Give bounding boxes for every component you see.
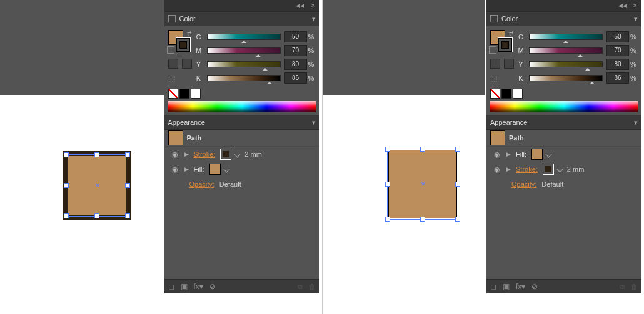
stroke-weight-value[interactable]: 2 mm xyxy=(244,150,262,158)
appearance-panel-header[interactable]: Appearance ▾ xyxy=(486,115,641,130)
black-swatch[interactable] xyxy=(179,89,189,99)
link-icon[interactable] xyxy=(504,59,514,69)
clear-appearance-button[interactable]: ⊘ xyxy=(531,282,538,291)
default-fill-stroke-icon[interactable] xyxy=(167,46,174,54)
visibility-icon[interactable]: ◉ xyxy=(493,165,501,174)
resize-handle[interactable] xyxy=(125,213,130,218)
stroke-swatch[interactable] xyxy=(176,37,191,52)
magenta-slider[interactable] xyxy=(207,47,281,54)
black-slider[interactable] xyxy=(207,75,281,81)
resize-handle[interactable] xyxy=(455,147,460,152)
disclosure-icon[interactable]: ▶ xyxy=(184,166,189,172)
close-icon[interactable]: ✕ xyxy=(311,2,316,9)
slider-knob[interactable] xyxy=(590,79,595,84)
out-of-gamut-icon[interactable]: ⬚ xyxy=(490,74,500,84)
panel-titlebar[interactable]: ◀◀ ✕ xyxy=(164,0,319,11)
disclosure-icon[interactable]: ▶ xyxy=(506,166,511,172)
new-fill-button[interactable]: ▣ xyxy=(181,282,188,291)
close-icon[interactable]: ✕ xyxy=(633,2,638,9)
resize-handle[interactable] xyxy=(385,182,390,187)
clear-appearance-button[interactable]: ⊘ xyxy=(209,282,216,291)
black-slider[interactable] xyxy=(529,75,603,81)
white-swatch[interactable] xyxy=(191,89,201,99)
slider-knob[interactable] xyxy=(263,66,268,71)
swap-fill-stroke-icon[interactable]: ⇄ xyxy=(187,30,192,36)
color-spectrum[interactable] xyxy=(168,101,316,112)
black-swatch[interactable] xyxy=(501,89,511,99)
resize-handle[interactable] xyxy=(455,182,460,187)
stroke-swatch[interactable] xyxy=(498,37,513,52)
swap-fill-stroke-icon[interactable]: ⇄ xyxy=(509,30,514,36)
color-panel-header[interactable]: Color ▾ xyxy=(486,12,641,26)
resize-handle[interactable] xyxy=(125,183,130,188)
resize-handle[interactable] xyxy=(125,152,130,157)
resize-handle[interactable] xyxy=(385,217,390,222)
stroke-swatch-mini[interactable] xyxy=(543,164,554,175)
opacity-row[interactable]: Opacity: Default xyxy=(486,177,641,192)
cyan-slider[interactable] xyxy=(207,34,281,40)
dropdown-icon[interactable] xyxy=(546,151,552,157)
link-icon[interactable] xyxy=(168,59,178,69)
fx-button[interactable]: fx▾ xyxy=(516,282,525,291)
dropdown-icon[interactable] xyxy=(223,166,229,172)
stroke-label[interactable]: Stroke: xyxy=(516,165,538,173)
collapse-icon[interactable]: ◀◀ xyxy=(296,2,304,9)
stroke-row[interactable]: ◉ ▶ Stroke: 2 mm xyxy=(164,147,319,162)
opacity-label[interactable]: Opacity: xyxy=(189,180,214,188)
color-spectrum[interactable] xyxy=(490,101,638,112)
stroke-label[interactable]: Stroke: xyxy=(194,150,216,158)
fill-stroke-swatch[interactable]: ⇄ xyxy=(490,30,513,52)
disclosure-icon[interactable]: ▶ xyxy=(506,151,511,157)
yellow-slider[interactable] xyxy=(529,61,603,67)
black-value[interactable]: 86 xyxy=(606,72,629,84)
slider-knob[interactable] xyxy=(585,66,590,71)
magenta-slider[interactable] xyxy=(529,47,603,54)
white-swatch[interactable] xyxy=(513,89,523,99)
visibility-icon[interactable]: ◉ xyxy=(171,150,179,159)
default-fill-stroke-icon[interactable] xyxy=(489,46,496,54)
slider-knob[interactable] xyxy=(267,79,272,84)
black-value[interactable]: 86 xyxy=(284,72,307,84)
resize-handle[interactable] xyxy=(420,147,425,152)
fill-row[interactable]: ◉ ▶ Fill: xyxy=(486,147,641,162)
collapse-icon[interactable]: ◀◀ xyxy=(618,2,627,9)
selected-path-object[interactable]: ✕ xyxy=(63,151,131,220)
panel-titlebar[interactable]: ◀◀ ✕ xyxy=(486,0,641,11)
yellow-value[interactable]: 80 xyxy=(284,59,307,70)
opacity-row[interactable]: Opacity: Default xyxy=(164,177,319,192)
magenta-value[interactable]: 70 xyxy=(606,45,629,56)
visibility-icon[interactable]: ◉ xyxy=(493,150,501,159)
panel-menu-icon[interactable]: ▾ xyxy=(634,119,638,127)
fill-stroke-swatch[interactable]: ⇄ xyxy=(168,30,191,52)
magenta-value[interactable]: 70 xyxy=(284,45,307,56)
panel-menu-icon[interactable]: ▾ xyxy=(312,15,316,23)
dropdown-icon[interactable] xyxy=(556,166,563,172)
link-icon[interactable] xyxy=(182,59,192,69)
slider-knob[interactable] xyxy=(563,38,568,43)
resize-handle[interactable] xyxy=(420,217,425,222)
dropdown-icon[interactable] xyxy=(234,151,241,157)
slider-knob[interactable] xyxy=(241,38,246,43)
none-swatch[interactable] xyxy=(490,89,500,99)
cyan-value[interactable]: 50 xyxy=(284,31,307,42)
stroke-row[interactable]: ◉ ▶ Stroke: 2 mm xyxy=(486,162,641,177)
disclosure-icon[interactable]: ▶ xyxy=(184,151,189,157)
none-swatch[interactable] xyxy=(168,89,178,99)
opacity-label[interactable]: Opacity: xyxy=(511,180,536,188)
slider-knob[interactable] xyxy=(256,52,261,57)
yellow-slider[interactable] xyxy=(207,61,281,67)
fill-row[interactable]: ◉ ▶ Fill: xyxy=(164,162,319,177)
panel-menu-icon[interactable]: ▾ xyxy=(312,119,316,127)
resize-handle[interactable] xyxy=(64,152,69,157)
panel-menu-icon[interactable]: ▾ xyxy=(634,15,638,23)
link-icon[interactable] xyxy=(490,59,500,69)
selected-path-object[interactable]: ✕ xyxy=(388,150,457,218)
cyan-value[interactable]: 50 xyxy=(606,31,629,42)
resize-handle[interactable] xyxy=(94,213,99,218)
color-panel-header[interactable]: Color ▾ xyxy=(164,12,319,26)
cyan-slider[interactable] xyxy=(529,34,603,40)
fill-swatch-mini[interactable] xyxy=(531,149,543,160)
appearance-panel-header[interactable]: Appearance ▾ xyxy=(164,115,319,130)
fx-button[interactable]: fx▾ xyxy=(194,282,203,291)
new-fill-button[interactable]: ▣ xyxy=(503,282,510,291)
